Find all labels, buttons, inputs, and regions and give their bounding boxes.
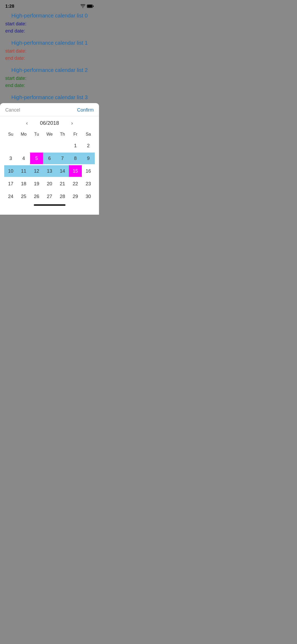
- calendar-day-11[interactable]: 11: [17, 165, 30, 177]
- calendar-day-30[interactable]: 30: [82, 191, 95, 202]
- calendar-day-9[interactable]: 9: [82, 153, 95, 164]
- list-0-title: High-performance calendar list 0: [5, 13, 94, 19]
- battery-icon: [87, 4, 94, 9]
- list-3-title: High-performance calendar list 3: [5, 94, 94, 100]
- status-time: 1:28: [5, 4, 14, 9]
- list-2-title: High-performance calendar list 2: [5, 67, 94, 73]
- calendar-day-12[interactable]: 12: [30, 165, 43, 177]
- prev-month-button[interactable]: ‹: [24, 119, 30, 127]
- calendar-day-23[interactable]: 23: [82, 178, 95, 190]
- calendar-list-0: High-performance calendar list 0 start d…: [5, 13, 94, 35]
- calendar-day-20[interactable]: 20: [43, 178, 56, 190]
- calendar-empty-0-1: [17, 140, 30, 151]
- day-header-we: We: [43, 131, 56, 138]
- calendar-day-5[interactable]: 5: [30, 153, 43, 164]
- calendar-day-28[interactable]: 28: [56, 191, 69, 202]
- list-2-end: end date:: [5, 82, 94, 89]
- home-bar: [34, 204, 65, 206]
- day-header-su: Su: [4, 131, 17, 138]
- calendar-grid: 1234567891011121314151617181920212223242…: [4, 140, 95, 202]
- calendar-day-27[interactable]: 27: [43, 191, 56, 202]
- status-icons: ● ● ● ●: [66, 4, 94, 9]
- calendar-day-26[interactable]: 26: [30, 191, 43, 202]
- calendar-day-6[interactable]: 6: [43, 153, 56, 164]
- day-header-th: Th: [56, 131, 69, 138]
- list-1-title: High-performance calendar list 1: [5, 40, 94, 46]
- calendar-day-21[interactable]: 21: [56, 178, 69, 190]
- day-header-mo: Mo: [17, 131, 30, 138]
- calendar-day-18[interactable]: 18: [17, 178, 30, 190]
- svg-rect-1: [87, 5, 92, 7]
- calendar-empty-0-2: [30, 140, 43, 151]
- calendar-day-10[interactable]: 10: [4, 165, 17, 177]
- calendar-day-19[interactable]: 19: [30, 178, 43, 190]
- confirm-button[interactable]: Confirm: [77, 107, 94, 113]
- month-label: 06/2018: [36, 120, 63, 126]
- calendar-empty-0-4: [56, 140, 69, 151]
- list-0-start: start date:: [5, 20, 94, 27]
- calendar-day-22[interactable]: 22: [69, 178, 82, 190]
- day-header-tu: Tu: [30, 131, 43, 138]
- list-0-end: end date:: [5, 27, 94, 35]
- calendar-day-17[interactable]: 17: [4, 178, 17, 190]
- list-2-start: start date:: [5, 75, 94, 82]
- day-header-sa: Sa: [82, 131, 95, 138]
- calendar-list-2: High-performance calendar list 2 start d…: [5, 67, 94, 89]
- calendar-day-7[interactable]: 7: [56, 153, 69, 164]
- calendar-day-13[interactable]: 13: [43, 165, 56, 177]
- wifi-icon: [81, 4, 85, 9]
- calendar-day-15[interactable]: 15: [69, 165, 82, 177]
- calendar-day-25[interactable]: 25: [17, 191, 30, 202]
- day-header-fr: Fr: [69, 131, 82, 138]
- date-picker-sheet: Cancel Confirm ‹ 06/2018 › Su Mo Tu We T…: [0, 103, 99, 215]
- home-indicator: [0, 202, 99, 207]
- calendar-day-8[interactable]: 8: [69, 153, 82, 164]
- calendar-day-24[interactable]: 24: [4, 191, 17, 202]
- month-nav: ‹ 06/2018 ›: [4, 119, 95, 127]
- cancel-button[interactable]: Cancel: [5, 107, 20, 113]
- picker-toolbar: Cancel Confirm: [0, 103, 99, 116]
- calendar-empty-0-0: [4, 140, 17, 151]
- calendar-container: ‹ 06/2018 › Su Mo Tu We Th Fr Sa 1234567…: [0, 116, 99, 202]
- calendar-day-4[interactable]: 4: [17, 153, 30, 164]
- calendar-day-1[interactable]: 1: [69, 140, 82, 151]
- signal-icon: ● ● ● ●: [66, 5, 79, 8]
- calendar-list-1: High-performance calendar list 1 start d…: [5, 40, 94, 62]
- calendar-empty-0-3: [43, 140, 56, 151]
- day-headers: Su Mo Tu We Th Fr Sa: [4, 131, 95, 138]
- next-month-button[interactable]: ›: [69, 119, 75, 127]
- list-1-start: start date:: [5, 48, 94, 55]
- list-1-end: end date:: [5, 55, 94, 62]
- calendar-day-14[interactable]: 14: [56, 165, 69, 177]
- calendar-day-3[interactable]: 3: [4, 153, 17, 164]
- svg-rect-2: [93, 6, 94, 7]
- calendar-day-2[interactable]: 2: [82, 140, 95, 151]
- calendar-day-29[interactable]: 29: [69, 191, 82, 202]
- status-bar: 1:28 ● ● ● ●: [0, 0, 99, 10]
- calendar-day-16[interactable]: 16: [82, 165, 95, 177]
